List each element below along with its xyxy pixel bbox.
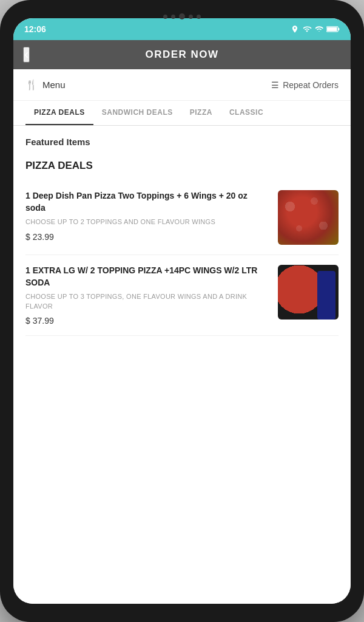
- camera-main: [179, 13, 185, 19]
- status-bar: 12:06: [13, 18, 351, 40]
- pizza-image-2: [278, 265, 339, 320]
- menu-label[interactable]: 🍴 Menu: [25, 79, 66, 91]
- menu-item-image-1: [278, 190, 339, 245]
- status-time: 12:06: [24, 24, 46, 34]
- status-icons: [291, 25, 340, 33]
- camera-dot-4: [197, 15, 201, 19]
- svg-rect-1: [338, 28, 339, 30]
- wifi-icon: [302, 25, 312, 33]
- camera-dot-3: [189, 15, 193, 19]
- repeat-icon: ☰: [271, 80, 279, 90]
- tab-sandwich-deals[interactable]: SANDWICH DEALS: [93, 101, 181, 125]
- main-content: 🍴 Menu ☰ Repeat Orders PIZZA DEALS SANDW…: [13, 69, 351, 604]
- signal-icon: [315, 25, 323, 33]
- featured-title: Featured Items: [25, 137, 90, 147]
- camera-dot-2: [171, 15, 175, 19]
- menu-repeat-row: 🍴 Menu ☰ Repeat Orders: [13, 69, 351, 101]
- utensils-icon: 🍴: [25, 79, 38, 91]
- category-title: PIZZA DEALS: [25, 160, 339, 172]
- featured-section: Featured Items: [13, 126, 351, 154]
- tab-pizza[interactable]: PIZZA: [181, 101, 221, 125]
- menu-text: Menu: [42, 80, 66, 90]
- tabs-list: PIZZA DEALS SANDWICH DEALS PIZZA CLASSIC: [25, 101, 339, 125]
- battery-icon: [326, 25, 340, 33]
- menu-item-name-2: 1 EXTRA LG W/ 2 TOPPING PIZZA +14PC WING…: [25, 265, 269, 289]
- menu-item-info-1: 1 Deep Dish Pan Pizza Two Toppings + 6 W…: [25, 190, 278, 242]
- tabs-container: PIZZA DEALS SANDWICH DEALS PIZZA CLASSIC: [13, 101, 351, 126]
- menu-item-image-2: [278, 265, 339, 320]
- repeat-orders-button[interactable]: ☰ Repeat Orders: [271, 80, 339, 90]
- tab-classic[interactable]: CLASSIC: [221, 101, 272, 125]
- repeat-orders-label: Repeat Orders: [283, 80, 339, 90]
- menu-item-desc-1: CHOOSE UP TO 2 TOPPINGS AND ONE FLAVOUR …: [25, 217, 269, 227]
- pizza-deals-section: PIZZA DEALS 1 Deep Dish Pan Pizza Two To…: [13, 154, 351, 336]
- menu-item-desc-2: CHOOSE UP TO 3 TOPPINGS, ONE FLAVOUR WIN…: [25, 292, 269, 311]
- menu-item-name-1: 1 Deep Dish Pan Pizza Two Toppings + 6 W…: [25, 190, 269, 214]
- header: ‹ ORDER NOW: [13, 40, 351, 69]
- tab-pizza-deals[interactable]: PIZZA DEALS: [25, 101, 93, 125]
- camera-dot-1: [163, 15, 167, 19]
- device-frame: 12:06: [0, 0, 364, 622]
- menu-item[interactable]: 1 Deep Dish Pan Pizza Two Toppings + 6 W…: [25, 180, 339, 255]
- header-title: ORDER NOW: [145, 49, 218, 61]
- camera-bar: [163, 13, 201, 19]
- pizza-image-1: [278, 190, 339, 245]
- menu-item-info-2: 1 EXTRA LG W/ 2 TOPPING PIZZA +14PC WING…: [25, 265, 278, 326]
- device-screen: 12:06: [13, 18, 351, 604]
- svg-rect-2: [327, 27, 337, 31]
- location-icon: [291, 25, 299, 33]
- menu-item-price-1: $ 23.99: [25, 232, 269, 242]
- back-button[interactable]: ‹: [23, 47, 30, 63]
- menu-item-2[interactable]: 1 EXTRA LG W/ 2 TOPPING PIZZA +14PC WING…: [25, 255, 339, 336]
- menu-item-price-2: $ 37.99: [25, 316, 269, 326]
